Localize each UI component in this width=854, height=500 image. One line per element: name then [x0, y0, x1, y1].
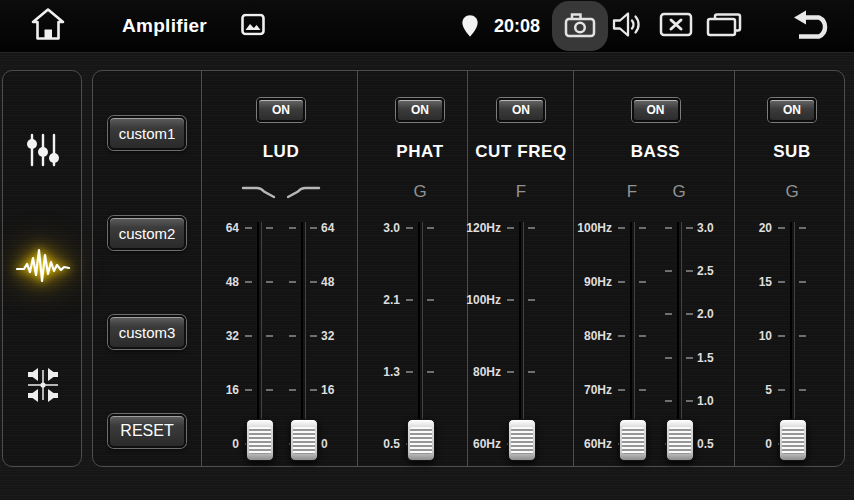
close-app-button[interactable] [659, 11, 693, 42]
tick-label: 10 [712, 328, 772, 344]
lud-on-button[interactable]: ON [257, 98, 305, 122]
tick-dash [289, 389, 296, 391]
preset-button-reset[interactable]: RESET [108, 414, 186, 448]
tick-dash [618, 335, 625, 337]
tick-dash [618, 389, 625, 391]
tick-dash [686, 400, 693, 402]
tick-dash [799, 281, 806, 283]
tick-dash [778, 227, 785, 229]
tick-dash [799, 389, 806, 391]
tick-dash [310, 335, 317, 337]
sub-band-label: G [785, 181, 798, 203]
tick-label: 5 [712, 382, 772, 398]
tick-label: 3.0 [340, 220, 400, 236]
sub-title: SUB [773, 142, 811, 162]
tick-dash [310, 281, 317, 283]
tick-dash [266, 227, 273, 229]
bass-title: BASS [631, 142, 681, 162]
camera-icon [562, 10, 598, 43]
column-phat: ONPHATG3.02.11.30.5 [357, 71, 467, 466]
cutfreq-slider-thumb-0[interactable] [508, 419, 536, 461]
amplifier-panel: custom1custom2custom3RESET ONLUD64483216… [92, 70, 845, 467]
tick-dash [665, 357, 672, 359]
sub-slider-track-0[interactable] [790, 222, 794, 452]
preset-panel: custom1custom2custom3RESET [93, 71, 201, 466]
home-button[interactable] [30, 7, 66, 46]
sidebar-item-equalizer[interactable] [14, 123, 72, 179]
phat-slider-thumb-0[interactable] [407, 419, 435, 461]
tick-dash [245, 335, 252, 337]
sub-on-button[interactable]: ON [768, 98, 816, 122]
tick-label: 70Hz [552, 382, 612, 398]
tick-label: 16 [179, 382, 239, 398]
tick-label: 60Hz [441, 436, 501, 452]
recent-apps-button[interactable] [704, 11, 744, 42]
tick-dash [406, 299, 413, 301]
tick-dash [618, 227, 625, 229]
tick-label: 0.5 [340, 436, 400, 452]
camera-button[interactable] [552, 1, 608, 51]
equalizer-icon [26, 131, 60, 172]
preset-button-custom3[interactable]: custom3 [108, 315, 186, 349]
bass-on-button[interactable]: ON [632, 98, 680, 122]
tick-dash [528, 371, 535, 373]
lud-slider-track-1[interactable] [301, 222, 305, 452]
sidebar-item-sound-effect[interactable] [14, 238, 72, 294]
bass-slider-track-1[interactable] [677, 222, 681, 452]
bass-slider-track-0[interactable] [630, 222, 634, 452]
tick-dash [665, 270, 672, 272]
phat-title: PHAT [396, 142, 443, 162]
lowpass-curve-icon [240, 181, 278, 203]
highpass-curve-icon [284, 181, 322, 203]
tick-dash [686, 227, 693, 229]
column-sub: ONSUBG20151050 [734, 71, 846, 466]
tick-dash [406, 371, 413, 373]
tick-label: 0 [712, 436, 772, 452]
tick-dash [778, 281, 785, 283]
tick-dash [528, 227, 535, 229]
tick-dash [778, 389, 785, 391]
lud-slider-track-0[interactable] [257, 222, 261, 452]
lud-slider-thumb-1[interactable] [290, 419, 318, 461]
cutfreq-slider-track-0[interactable] [519, 222, 523, 452]
tick-dash [289, 227, 296, 229]
bass-slider-thumb-0[interactable] [619, 419, 647, 461]
phat-on-button[interactable]: ON [396, 98, 444, 122]
tick-dash [686, 357, 693, 359]
tick-dash [639, 389, 646, 391]
recent-apps-icon [704, 11, 744, 42]
volume-icon [611, 9, 645, 44]
lud-slider-thumb-0[interactable] [246, 419, 274, 461]
column-lud: ONLUD644832160644832160 [201, 71, 357, 466]
sidebar-item-balance[interactable] [14, 358, 72, 414]
tick-dash [310, 389, 317, 391]
tick-dash [618, 281, 625, 283]
tick-label: 60Hz [552, 436, 612, 452]
clock: 20:08 [494, 16, 540, 37]
preset-button-custom1[interactable]: custom1 [108, 116, 186, 150]
close-box-icon [659, 11, 693, 42]
tick-label: 1.3 [340, 364, 400, 380]
tick-label: 64 [179, 220, 239, 236]
tick-dash [665, 400, 672, 402]
tick-dash [665, 227, 672, 229]
phat-slider-track-0[interactable] [418, 222, 422, 452]
tick-dash [639, 227, 646, 229]
wallpaper-button[interactable] [241, 14, 265, 39]
tick-label: 32 [179, 328, 239, 344]
bass-band-label: G [672, 181, 685, 203]
volume-button[interactable] [611, 9, 645, 44]
sub-slider-thumb-0[interactable] [779, 419, 807, 461]
tick-label: 80Hz [552, 328, 612, 344]
tick-dash [245, 281, 252, 283]
back-button[interactable] [792, 9, 832, 44]
tick-dash [778, 335, 785, 337]
column-cut-freq: ONCUT FREQF120Hz100Hz80Hz60Hz [467, 71, 573, 466]
tick-dash [310, 227, 317, 229]
bass-slider-thumb-1[interactable] [666, 419, 694, 461]
home-icon [30, 7, 66, 46]
tick-dash [507, 371, 514, 373]
preset-button-custom2[interactable]: custom2 [108, 216, 186, 250]
sidebar [2, 70, 82, 467]
cutfreq-on-button[interactable]: ON [497, 98, 545, 122]
